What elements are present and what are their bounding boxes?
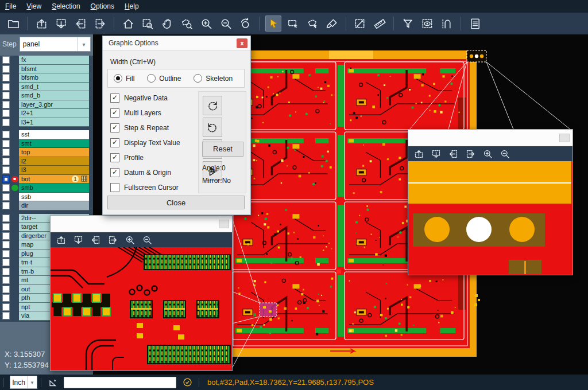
- layer-row-bfsmb[interactable]: bfsmb: [0, 73, 93, 83]
- select-cursor-button[interactable]: [265, 15, 281, 32]
- dialog-close-button[interactable]: Close: [107, 196, 245, 209]
- layer-visibility-checkbox[interactable]: [2, 83, 10, 91]
- view-up-button[interactable]: [413, 148, 424, 159]
- layer-row-l3+1[interactable]: l3+1: [0, 118, 93, 127]
- layer-row-smt[interactable]: smt: [0, 139, 93, 149]
- zoom-in-button[interactable]: [198, 15, 214, 32]
- layer-label[interactable]: top: [19, 148, 89, 157]
- preview-content-right[interactable]: [408, 161, 571, 274]
- layer-row-ssb[interactable]: ssb: [0, 193, 93, 202]
- layer-visibility-checkbox[interactable]: [2, 92, 10, 99]
- rotate-cw-button[interactable]: [203, 96, 222, 115]
- checkbox-fullscreen-cursor[interactable]: Fullscreen Cursor: [110, 183, 180, 192]
- layer-label[interactable]: l3: [19, 166, 89, 175]
- angle-measure-icon[interactable]: [47, 377, 59, 388]
- layer-visibility-checkbox[interactable]: [2, 193, 10, 201]
- view-down-button[interactable]: [430, 148, 442, 159]
- layer-label[interactable]: l3+1: [19, 118, 89, 127]
- view-down-button[interactable]: [72, 234, 84, 245]
- layer-visibility-checkbox[interactable]: [2, 101, 10, 108]
- view-right-button[interactable]: [92, 15, 108, 32]
- layer-row-dir[interactable]: dir: [0, 201, 93, 210]
- step-select[interactable]: panel ▾: [20, 37, 91, 52]
- menu-options[interactable]: Options: [86, 1, 119, 12]
- layer-visibility-checkbox[interactable]: [2, 149, 10, 156]
- layer-label[interactable]: smd_t: [19, 83, 89, 92]
- home-button[interactable]: [120, 15, 136, 32]
- zoom-out-button[interactable]: [218, 15, 234, 32]
- layer-visibility-checkbox[interactable]: [2, 214, 10, 222]
- checkbox-box[interactable]: ✓: [110, 108, 119, 118]
- layer-visibility-checkbox[interactable]: [2, 110, 10, 117]
- menu-file[interactable]: File: [0, 1, 21, 12]
- layer-visibility-checkbox[interactable]: [2, 268, 10, 275]
- filter-button[interactable]: [400, 15, 416, 32]
- radio-outline[interactable]: Outline: [147, 74, 181, 83]
- confirm-circle-icon[interactable]: [181, 377, 194, 387]
- measure-distance-button[interactable]: [352, 15, 368, 32]
- radio-button[interactable]: [194, 74, 202, 83]
- menu-help[interactable]: Help: [119, 1, 144, 12]
- layer-visibility-checkbox[interactable]: [2, 241, 10, 248]
- preview-content-left[interactable]: [51, 247, 231, 370]
- pan-hand-button[interactable]: [159, 15, 175, 32]
- close-icon[interactable]: x: [237, 38, 247, 48]
- checkbox-box[interactable]: ✓: [110, 153, 119, 162]
- preview-title-bar[interactable]: [408, 130, 572, 146]
- layer-row-layer_3.gbr[interactable]: layer_3.gbr: [0, 100, 93, 110]
- view-region-button[interactable]: [419, 15, 435, 32]
- layer-visibility-checkbox[interactable]: [2, 303, 10, 311]
- checkbox-box[interactable]: ✓: [110, 93, 119, 103]
- preview-title-bar[interactable]: [51, 216, 232, 232]
- layer-label[interactable]: dir: [19, 201, 89, 210]
- checkbox-multi-layers[interactable]: ✓Multi Layers: [110, 108, 180, 117]
- layer-label[interactable]: smt: [19, 139, 89, 149]
- layer-visibility-checkbox[interactable]: [2, 131, 10, 138]
- layer-visibility-checkbox[interactable]: [2, 202, 10, 209]
- radio-skeleton[interactable]: Skeleton: [194, 74, 233, 83]
- select-polygon-button[interactable]: [304, 15, 320, 32]
- menu-view[interactable]: View: [21, 1, 47, 12]
- zoom-polygon-button[interactable]: [179, 15, 195, 32]
- layer-visibility-checkbox[interactable]: [2, 294, 10, 302]
- reset-button[interactable]: Reset: [202, 142, 243, 157]
- zoom-source-selection-a[interactable]: [467, 50, 486, 62]
- layer-visibility-checkbox[interactable]: [2, 286, 10, 293]
- layer-visibility-checkbox[interactable]: [2, 166, 10, 174]
- layer-visibility-checkbox[interactable]: [2, 176, 10, 183]
- zoom-preview-window-right[interactable]: [408, 129, 573, 275]
- zoom-in-button[interactable]: [124, 234, 136, 245]
- view-up-button[interactable]: [33, 15, 49, 32]
- ruler-button[interactable]: [372, 15, 388, 32]
- layer-row-smb[interactable]: smb: [0, 184, 93, 193]
- menu-selection[interactable]: Selection: [47, 1, 85, 12]
- layer-label[interactable]: bfsmt: [19, 65, 89, 74]
- checkbox-box[interactable]: [110, 183, 119, 192]
- zoom-out-button[interactable]: [499, 148, 510, 159]
- layer-row-top[interactable]: top: [0, 148, 93, 157]
- layer-visibility-checkbox[interactable]: [2, 65, 10, 73]
- preview-window-button[interactable]: [559, 134, 570, 142]
- radio-button[interactable]: [114, 74, 122, 83]
- radio-button[interactable]: [147, 74, 156, 83]
- zoom-window-button[interactable]: [140, 15, 156, 32]
- command-input[interactable]: [64, 377, 176, 388]
- layer-visibility-checkbox[interactable]: [2, 158, 10, 165]
- layer-row-sst[interactable]: sst: [0, 130, 93, 139]
- layer-visibility-checkbox[interactable]: [2, 140, 10, 147]
- layer-visibility-checkbox[interactable]: [2, 74, 10, 81]
- layer-visibility-checkbox[interactable]: [2, 276, 10, 284]
- layer-visibility-checkbox[interactable]: [2, 56, 10, 64]
- rotate-ccw-button[interactable]: [203, 118, 222, 137]
- layer-visibility-checkbox[interactable]: [2, 250, 10, 258]
- view-right-button[interactable]: [465, 148, 476, 159]
- layer-row-smd_t[interactable]: smd_t: [0, 83, 93, 92]
- unit-select[interactable]: Inch ▾: [10, 376, 37, 389]
- zoom-previous-button[interactable]: [237, 15, 253, 32]
- checkbox-display-text-value[interactable]: ✓Display Text Value: [110, 138, 180, 147]
- checkbox-box[interactable]: ✓: [110, 168, 119, 177]
- layer-visibility-checkbox[interactable]: [2, 259, 10, 266]
- view-left-button[interactable]: [447, 148, 459, 159]
- view-up-button[interactable]: [55, 234, 67, 245]
- layer-label[interactable]: l2: [19, 157, 89, 166]
